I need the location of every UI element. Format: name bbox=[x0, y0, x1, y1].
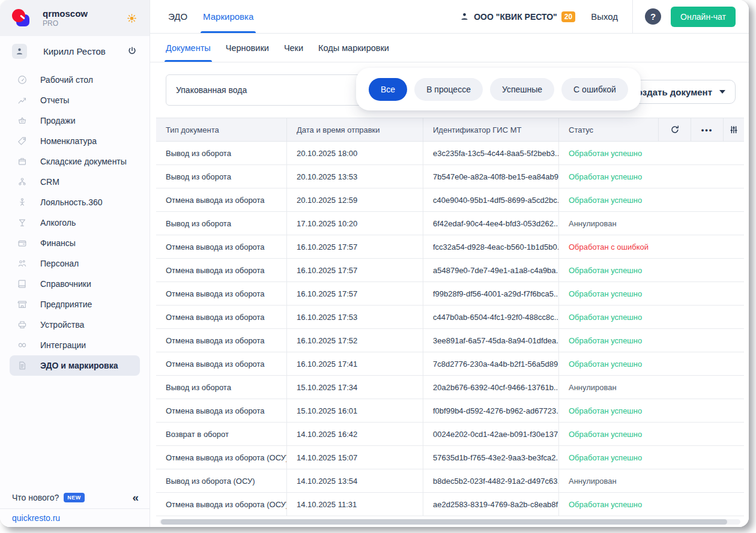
cell-gis-id: f99b28f9-df56-4001-a29d-f7f6bca5... bbox=[423, 282, 558, 305]
table-row[interactable]: Отмена вывода из оборота16.10.2025 17:41… bbox=[156, 352, 744, 376]
table-row[interactable]: Отмена вывода из оборота16.10.2025 17:53… bbox=[156, 306, 744, 329]
cell-document-type: Отмена вывода из оборота bbox=[156, 352, 286, 375]
subtab-3[interactable]: Коды маркировки bbox=[318, 34, 389, 62]
cell-spacer bbox=[658, 376, 744, 399]
cell-gis-id: 6f42edaf-90c4-4ee4-bfd3-053d262... bbox=[423, 212, 558, 235]
cell-document-type: Отмена вывода из оборота bbox=[156, 188, 286, 211]
status-chip-0[interactable]: Все bbox=[369, 78, 407, 101]
sidebar-item-warehouse-docs[interactable]: Складские документы bbox=[10, 151, 140, 172]
cell-sent-datetime: 14.10.2025 13:54 bbox=[286, 469, 423, 492]
table-row[interactable]: Отмена вывода из оборота (ОСУ)14.10.2025… bbox=[156, 493, 744, 516]
subtab-1[interactable]: Черновики bbox=[226, 34, 269, 62]
table-row[interactable]: Отмена вывода из оборота20.10.2025 12:59… bbox=[156, 188, 744, 212]
cell-status: Обработан с ошибкой bbox=[558, 235, 658, 258]
cell-spacer bbox=[658, 142, 744, 164]
top-tab-маркировка[interactable]: Маркировка bbox=[203, 0, 253, 33]
cell-gis-id: f0bf99b4-d592-4276-b962-ad67723... bbox=[423, 399, 558, 422]
alcohol-icon bbox=[17, 217, 28, 228]
cell-status: Обработан успешно bbox=[558, 423, 658, 445]
qrmoscow-logo-icon bbox=[12, 9, 32, 27]
whats-new-link[interactable]: Что нового? bbox=[12, 493, 59, 502]
top-tab-эдо[interactable]: ЭДО bbox=[168, 0, 187, 33]
table-row[interactable]: Отмена вывода из оборота16.10.2025 17:52… bbox=[156, 329, 744, 352]
sidebar-item-directories[interactable]: Справочники bbox=[10, 274, 140, 294]
sidebar-item-crm[interactable]: CRM bbox=[10, 172, 140, 192]
table-row[interactable]: Отмена вывода из оборота (ОСУ)14.10.2025… bbox=[156, 446, 744, 469]
more-icon[interactable]: ••• bbox=[691, 118, 723, 141]
sidebar-item-reports[interactable]: Отчеты bbox=[10, 90, 140, 110]
table-row[interactable]: Возврат в оборот14.10.2025 16:420024e202… bbox=[156, 423, 744, 446]
cell-sent-datetime: 14.10.2025 15:07 bbox=[286, 446, 423, 469]
cell-status: Обработан успешно bbox=[558, 142, 658, 164]
cell-document-type: Вывод из оборота (ОСУ) bbox=[156, 469, 286, 492]
power-icon[interactable] bbox=[127, 46, 138, 56]
cell-sent-datetime: 20.10.2025 12:59 bbox=[286, 188, 423, 211]
cell-gis-id: 20a2b676-6392-40cf-9466-13761b... bbox=[423, 376, 558, 399]
nomenclature-icon bbox=[17, 136, 28, 146]
cell-sent-datetime: 16.10.2025 17:57 bbox=[286, 259, 423, 282]
subtabs: ДокументыЧерновикиЧекиКоды маркировки bbox=[150, 34, 749, 62]
sidebar-item-sales[interactable]: Продажи bbox=[10, 110, 140, 131]
online-chat-button[interactable]: Онлайн-чат bbox=[671, 7, 736, 27]
column-settings-icon[interactable] bbox=[723, 118, 744, 141]
sidebar-item-edo[interactable]: ЭДО и маркировка bbox=[10, 355, 140, 376]
cell-status: Аннулирован bbox=[558, 376, 658, 399]
cell-gis-id: c40e9040-95b1-4df5-8699-a5cd2bc... bbox=[423, 188, 558, 211]
sidebar-item-integrations[interactable]: Интеграции bbox=[10, 335, 140, 355]
company-selector[interactable]: ООО "КВИК РЕСТО" 20 bbox=[459, 11, 575, 22]
table-row[interactable]: Вывод из оборота (ОСУ)14.10.2025 13:54b8… bbox=[156, 469, 744, 493]
table-row[interactable]: Вывод из оборота15.10.2025 17:3420a2b676… bbox=[156, 376, 744, 399]
logout-link[interactable]: Выход bbox=[591, 11, 618, 22]
sidebar: qrmoscow PRO Кирилл Рестов bbox=[0, 0, 150, 527]
sidebar-item-finance[interactable]: Финансы bbox=[10, 233, 140, 253]
subtab-2[interactable]: Чеки bbox=[284, 34, 303, 62]
subtab-0[interactable]: Документы bbox=[166, 34, 211, 62]
table-row[interactable]: Вывод из оборота20.10.2025 13:537b547e0e… bbox=[156, 165, 744, 188]
table-row[interactable]: Вывод из оборота17.10.2025 10:206f42edaf… bbox=[156, 212, 744, 235]
sidebar-item-devices[interactable]: Устройства bbox=[10, 315, 140, 335]
table-row[interactable]: Отмена вывода из оборота16.10.2025 17:57… bbox=[156, 282, 744, 306]
cell-spacer bbox=[658, 212, 744, 235]
cell-status: Обработан успешно bbox=[558, 352, 658, 375]
company-badge: 20 bbox=[561, 11, 575, 22]
cell-spacer bbox=[658, 306, 744, 328]
crm-icon bbox=[17, 176, 28, 187]
horizontal-scrollbar-thumb[interactable] bbox=[161, 519, 727, 525]
cell-spacer bbox=[658, 329, 744, 352]
cell-spacer bbox=[658, 399, 744, 422]
sidebar-item-staff[interactable]: Персонал bbox=[10, 253, 140, 274]
enterprise-icon bbox=[17, 299, 28, 310]
status-filter-card: ВсеВ процессеУспешныеС ошибкой bbox=[356, 68, 641, 110]
refresh-icon[interactable] bbox=[658, 118, 691, 141]
help-button[interactable]: ? bbox=[645, 8, 661, 25]
sidebar-item-alcohol[interactable]: Алкоголь bbox=[10, 212, 140, 233]
sidebar-item-enterprise[interactable]: Предприятие bbox=[10, 294, 140, 315]
sidebar-item-label: Рабочий стол bbox=[40, 75, 93, 85]
user-row[interactable]: Кирилл Рестов bbox=[0, 37, 150, 65]
status-chip-2[interactable]: Успешные bbox=[490, 78, 554, 101]
site-link[interactable]: quickresto.ru bbox=[12, 513, 60, 523]
theme-brightness-icon[interactable] bbox=[126, 13, 138, 24]
table-row[interactable]: Вывод из оборота20.10.2025 18:00e3c235fa… bbox=[156, 142, 744, 165]
table-row[interactable]: Отмена вывода из оборота16.10.2025 17:57… bbox=[156, 259, 744, 282]
status-chip-1[interactable]: В процессе bbox=[414, 78, 483, 101]
column-header-date: Дата и время отправки bbox=[286, 118, 423, 141]
sidebar-item-nomenclature[interactable]: Номенклатура bbox=[10, 131, 140, 151]
sidebar-bottom: Что нового? NEW « quickresto.ru bbox=[0, 486, 150, 527]
sidebar-item-loyalty[interactable]: Лояльность.360 bbox=[10, 192, 140, 212]
more-icon: ••• bbox=[701, 125, 713, 134]
warehouse-icon bbox=[17, 156, 28, 167]
table-row[interactable]: Отмена вывода из оборота16.10.2025 17:57… bbox=[156, 235, 744, 259]
cell-document-type: Возврат в оборот bbox=[156, 423, 286, 445]
cell-document-type: Вывод из оборота bbox=[156, 142, 286, 164]
sidebar-item-label: Складские документы bbox=[40, 157, 127, 166]
cell-gis-id: 3ee891af-6a57-45da-8a94-01dfdea... bbox=[423, 329, 558, 352]
status-chip-3[interactable]: С ошибкой bbox=[561, 78, 628, 101]
cell-sent-datetime: 16.10.2025 17:57 bbox=[286, 235, 423, 258]
cell-sent-datetime: 16.10.2025 17:41 bbox=[286, 352, 423, 375]
sidebar-item-dashboard[interactable]: Рабочий стол bbox=[10, 70, 140, 90]
collapse-sidebar-icon[interactable]: « bbox=[132, 492, 139, 503]
topbar-divider bbox=[632, 0, 633, 33]
cell-status: Обработан успешно bbox=[558, 399, 658, 422]
table-row[interactable]: Отмена вывода из оборота15.10.2025 16:01… bbox=[156, 399, 744, 423]
